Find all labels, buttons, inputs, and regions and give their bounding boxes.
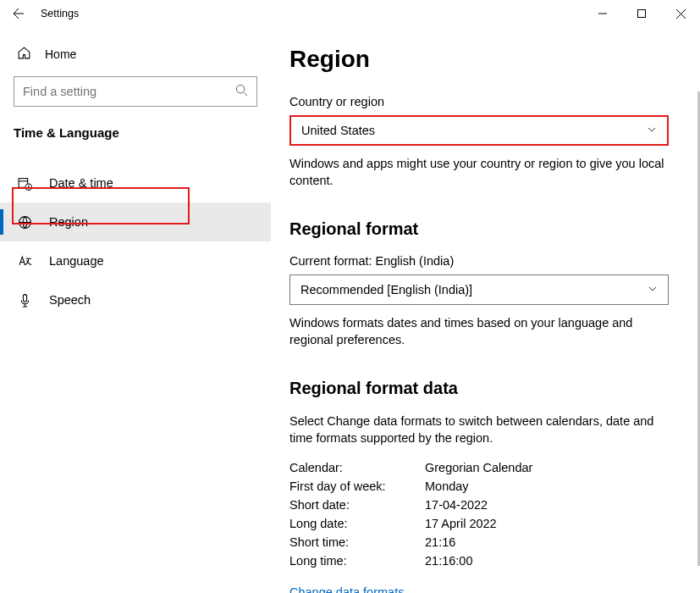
sidebar-item-label: Speech — [49, 293, 91, 307]
titlebar: Settings — [0, 0, 700, 27]
page-title: Region — [289, 46, 681, 73]
sidebar: Home Time & Language Date & time Region — [0, 27, 271, 593]
country-dropdown[interactable]: United States — [289, 115, 669, 146]
chevron-down-icon — [648, 283, 658, 296]
kv-val: 21:16 — [425, 535, 455, 549]
regional-format-dropdown[interactable]: Recommended [English (India)] — [289, 274, 669, 305]
main-content: Region Country or region United States W… — [271, 27, 700, 593]
close-button[interactable] — [661, 0, 700, 27]
search-icon — [235, 84, 248, 99]
svg-point-1 — [236, 85, 244, 92]
sidebar-item-label: Region — [49, 215, 88, 229]
calendar-clock-icon — [17, 176, 32, 191]
regional-format-heading: Regional format — [289, 219, 681, 239]
home-button[interactable]: Home — [0, 37, 271, 71]
format-data-table: Calendar: Gregorian Calendar First day o… — [289, 458, 681, 570]
sidebar-item-label: Language — [49, 254, 104, 268]
table-row: Short date: 17-04-2022 — [289, 496, 681, 514]
regional-format-desc: Windows formats dates and times based on… — [289, 315, 669, 348]
minimize-button[interactable] — [583, 0, 622, 27]
kv-val: Gregorian Calendar — [425, 461, 532, 474]
home-label: Home — [45, 47, 76, 61]
table-row: Short time: 21:16 — [289, 533, 681, 551]
kv-val: 21:16:00 — [425, 554, 472, 568]
maximize-button[interactable] — [622, 0, 661, 27]
window-title: Settings — [37, 8, 79, 19]
close-icon — [676, 9, 686, 19]
kv-key: Short time: — [289, 535, 425, 549]
regional-format-data-heading: Regional format data — [289, 379, 681, 398]
regional-format-data-desc: Select Change data formats to switch bet… — [289, 413, 669, 446]
svg-rect-0 — [638, 10, 646, 18]
kv-val: 17-04-2022 — [425, 498, 488, 512]
globe-icon — [17, 215, 32, 230]
arrow-left-icon — [12, 7, 25, 20]
table-row: Long date: 17 April 2022 — [289, 514, 681, 533]
dropdown-value: United States — [301, 124, 375, 137]
home-icon — [17, 46, 31, 63]
sidebar-item-date-time[interactable]: Date & time — [0, 163, 271, 202]
back-button[interactable] — [0, 0, 37, 27]
kv-val: 17 April 2022 — [425, 517, 497, 530]
language-icon — [17, 254, 32, 269]
sidebar-item-region[interactable]: Region — [0, 202, 271, 241]
kv-key: Long time: — [289, 554, 425, 568]
kv-key: Calendar: — [289, 461, 425, 474]
microphone-icon — [17, 293, 32, 308]
table-row: Calendar: Gregorian Calendar — [289, 458, 681, 477]
chevron-down-icon — [647, 124, 657, 137]
sidebar-item-label: Date & time — [49, 176, 113, 190]
kv-key: Long date: — [289, 517, 425, 530]
sidebar-item-language[interactable]: Language — [0, 241, 271, 280]
change-data-formats-link[interactable]: Change data formats — [289, 585, 681, 593]
dropdown-value: Recommended [English (India)] — [300, 283, 472, 296]
section-title: Time & Language — [0, 122, 271, 163]
kv-key: Short date: — [289, 498, 425, 512]
table-row: First day of week: Monday — [289, 477, 681, 496]
country-label: Country or region — [289, 95, 681, 108]
table-row: Long time: 21:16:00 — [289, 551, 681, 570]
kv-key: First day of week: — [289, 479, 425, 493]
maximize-icon — [637, 9, 646, 18]
kv-val: Monday — [425, 479, 469, 493]
country-desc: Windows and apps might use your country … — [289, 156, 669, 189]
current-format-label: Current format: English (India) — [289, 254, 681, 268]
sidebar-item-speech[interactable]: Speech — [0, 280, 271, 319]
search-input[interactable] — [23, 85, 235, 98]
minimize-icon — [598, 9, 607, 18]
svg-rect-5 — [23, 294, 26, 302]
search-input-wrap[interactable] — [14, 76, 257, 107]
